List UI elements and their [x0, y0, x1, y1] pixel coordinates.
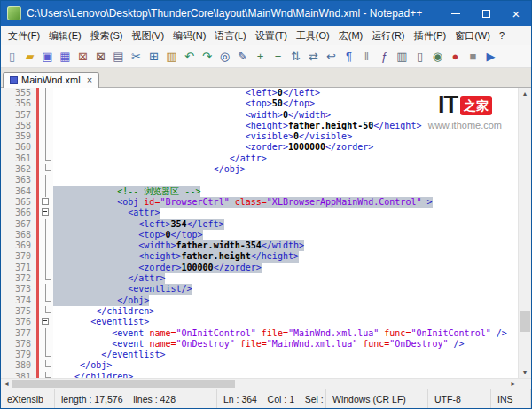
replace-icon[interactable]: ✎: [234, 48, 251, 65]
menu-help[interactable]: ?: [495, 28, 509, 43]
code-line[interactable]: 360<zorder>1000000</zorder>: [1, 142, 518, 153]
code-line[interactable]: 368<top>0</top>: [1, 230, 518, 240]
code-text[interactable]: <height>father.height</height>: [53, 251, 299, 262]
menu-view[interactable]: 视图(V): [127, 27, 168, 45]
scroll-down-icon[interactable]: ▾: [519, 366, 531, 378]
function-list-icon[interactable]: ƒ: [376, 48, 393, 65]
code-text[interactable]: </children>: [53, 306, 154, 317]
status-encoding[interactable]: UTF-8: [428, 389, 491, 408]
sync-scroll-horizontal-icon[interactable]: ⇄: [305, 48, 322, 65]
menu-edit[interactable]: 编辑(E): [44, 27, 86, 45]
code-line[interactable]: 365<obj id="BrowserCtrl" class="XLBrowse…: [1, 197, 518, 208]
menu-window[interactable]: 窗口(W): [450, 27, 495, 45]
document-switcher-icon[interactable]: ▯: [411, 48, 428, 65]
fold-collapse-icon[interactable]: [39, 208, 53, 218]
code-text[interactable]: </attr>: [53, 273, 165, 284]
stop-macro-icon[interactable]: ■: [465, 48, 481, 65]
code-line[interactable]: 362</obj>: [1, 164, 518, 175]
code-line[interactable]: 373<eventlist/>: [1, 284, 518, 295]
code-text[interactable]: </attr>: [53, 153, 267, 164]
code-text[interactable]: <event name="OnDestroy" file="MainWnd.xm…: [53, 339, 465, 350]
close-button[interactable]: ×: [501, 1, 531, 26]
horizontal-scrollbar[interactable]: ◂ ▸: [1, 378, 531, 389]
menu-macro[interactable]: 宏(M): [334, 27, 368, 45]
save-icon[interactable]: ▣: [39, 48, 56, 65]
vertical-scroll-track[interactable]: [519, 99, 531, 366]
menu-file[interactable]: 文件(F): [4, 27, 44, 45]
code-text[interactable]: <obj id="BrowserCtrl" class="XLBrowserAp…: [53, 197, 433, 208]
code-text[interactable]: <zorder>100000</zorder>: [53, 263, 262, 273]
menu-settings[interactable]: 设置(T): [251, 27, 292, 45]
code-line[interactable]: 371<zorder>100000</zorder>: [1, 263, 518, 273]
undo-icon[interactable]: ↶: [181, 48, 198, 65]
code-line[interactable]: 364<!-- 浏览器区 -->: [1, 186, 518, 197]
fold-collapse-icon[interactable]: [39, 317, 53, 327]
code-text[interactable]: <zorder>1000000</zorder>: [53, 142, 373, 153]
code-line[interactable]: 377<event name="OnInitControl" file="Mai…: [1, 328, 518, 339]
status-eol-format[interactable]: Windows (CR LF): [326, 389, 428, 408]
menu-search[interactable]: 搜索(S): [86, 27, 128, 45]
indent-guide-icon[interactable]: ‖: [358, 48, 375, 65]
code-line[interactable]: 379</eventlist>: [1, 350, 518, 360]
code-text[interactable]: <left>354</left>: [53, 219, 224, 230]
code-line[interactable]: 376<eventlist>: [1, 317, 518, 327]
code-area[interactable]: IT 之家 www.ithome.com 355<left>0</left>35…: [1, 88, 518, 378]
code-text[interactable]: <width>father.width-354</width>: [53, 240, 304, 251]
code-line[interactable]: 369<width>father.width-354</width>: [1, 240, 518, 251]
record-macro-icon[interactable]: ●: [447, 48, 464, 65]
code-line[interactable]: 375</children>: [1, 306, 518, 317]
menu-tools[interactable]: 工具(O): [292, 27, 334, 45]
menu-encoding[interactable]: 编码(N): [168, 27, 210, 45]
code-text[interactable]: </obj>: [53, 164, 246, 175]
file-monitoring-icon[interactable]: ◉: [429, 48, 446, 65]
code-text[interactable]: <!-- 浏览器区 -->: [53, 186, 200, 197]
code-text[interactable]: <width>0</width>: [53, 110, 331, 121]
code-text[interactable]: <top>50</top>: [53, 98, 315, 109]
code-line[interactable]: 370<height>father.height</height>: [1, 251, 518, 262]
cut-icon[interactable]: ✂: [128, 48, 145, 65]
horizontal-scroll-thumb[interactable]: [12, 380, 235, 388]
sync-scroll-vertical-icon[interactable]: ⇅: [287, 48, 304, 65]
play-macro-icon[interactable]: ▶: [482, 48, 499, 65]
code-text[interactable]: <event name="OnInitControl" file="MainWn…: [53, 328, 507, 339]
vertical-scroll-thumb[interactable]: [520, 311, 530, 332]
horizontal-scroll-track[interactable]: [12, 379, 507, 389]
code-line[interactable]: 367<left>354</left>: [1, 219, 518, 230]
maximize-button[interactable]: [471, 1, 501, 26]
menu-language[interactable]: 语言(L): [210, 27, 250, 45]
redo-icon[interactable]: ↷: [199, 48, 215, 65]
copy-icon[interactable]: ⊞: [145, 48, 162, 65]
code-text[interactable]: <attr>: [53, 208, 160, 218]
code-text[interactable]: <left>0</left>: [53, 88, 320, 98]
code-text[interactable]: <eventlist>: [53, 317, 149, 327]
print-icon[interactable]: ▤: [110, 48, 127, 65]
vertical-scrollbar[interactable]: ▴ ▾: [518, 88, 531, 378]
scroll-right-icon[interactable]: ▸: [507, 380, 519, 388]
code-text[interactable]: <visible>0</visible>: [53, 131, 352, 142]
document-map-icon[interactable]: ▥: [394, 48, 411, 65]
code-line[interactable]: 361</attr>: [1, 153, 518, 164]
find-icon[interactable]: ◎: [216, 48, 233, 65]
save-all-icon[interactable]: ▦: [57, 48, 74, 65]
code-line[interactable]: 359<visible>0</visible>: [1, 131, 518, 142]
show-all-characters-icon[interactable]: ¶: [340, 48, 357, 65]
code-line[interactable]: 372</attr>: [1, 273, 518, 284]
code-line[interactable]: 366<attr>: [1, 208, 518, 218]
scroll-left-icon[interactable]: ◂: [1, 380, 12, 388]
menu-run[interactable]: 运行(R): [367, 27, 409, 45]
new-file-icon[interactable]: ▯: [4, 48, 20, 65]
minimize-button[interactable]: [441, 1, 471, 26]
status-typing-mode[interactable]: INS: [491, 389, 531, 408]
zoom-in-icon[interactable]: +: [252, 48, 269, 65]
close-file-icon[interactable]: ⊠: [74, 48, 91, 65]
titlebar[interactable]: C:\Users\Lenovo\Desktop\ThunderCore\layo…: [1, 1, 531, 26]
code-line[interactable]: 380</obj>: [1, 360, 518, 371]
code-line[interactable]: 374</obj>: [1, 295, 518, 306]
code-text[interactable]: <top>0</top>: [53, 230, 203, 240]
zoom-out-icon[interactable]: −: [270, 48, 286, 65]
fold-collapse-icon[interactable]: [39, 197, 53, 208]
menu-plugins[interactable]: 插件(P): [410, 27, 451, 45]
code-text[interactable]: <eventlist/>: [53, 284, 192, 295]
code-text[interactable]: </children>: [53, 372, 133, 378]
paste-icon[interactable]: ▥: [163, 48, 180, 65]
